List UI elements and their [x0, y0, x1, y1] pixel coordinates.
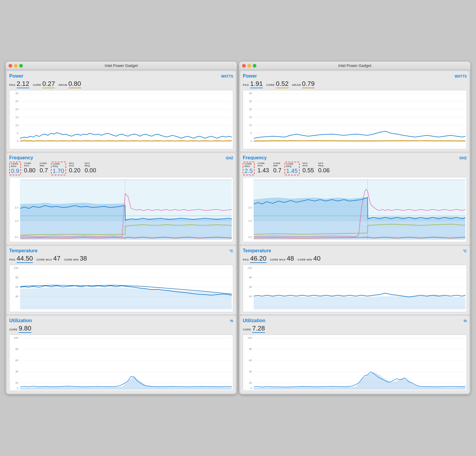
left-power-header: Power WATTS	[9, 73, 233, 79]
svg-text:100: 100	[247, 266, 252, 269]
left-window-title: Intel Power Gadget	[105, 63, 138, 68]
svg-text:20: 20	[249, 381, 252, 384]
right-dram-group: DRAM 0.79	[292, 80, 315, 88]
left-util-metrics: CORE 9.80	[9, 325, 233, 333]
svg-text:80: 80	[15, 276, 18, 279]
left-core-power-group: CORE 0.27	[33, 80, 55, 88]
left-util-panel: Utilization % CORE 9.80	[7, 316, 236, 393]
right-temp-unit: °C	[463, 249, 467, 253]
right-freq-title: Frequency	[243, 155, 267, 160]
left-core-min-temp-value: 38	[80, 255, 87, 262]
right-temp-metrics: PKG 46.20 CORE MAX 48 CORE MIN 40	[243, 255, 467, 263]
right-temp-chart: 100 80 60 40	[243, 265, 467, 312]
right-util-unit: %	[464, 319, 467, 323]
maximize-button-left[interactable]	[19, 64, 23, 68]
left-core-power-value: 0.27	[42, 80, 55, 88]
minimize-button-left[interactable]	[14, 64, 17, 68]
svg-text:0: 0	[250, 387, 252, 390]
svg-text:60: 60	[249, 359, 252, 362]
left-core-max-value: 0.9	[11, 168, 19, 174]
right-dram-label: DRAM	[292, 84, 301, 86]
right-core-min-temp-label: CORE MIN	[298, 258, 312, 261]
right-freq-header: Frequency GHZ	[243, 155, 467, 160]
left-temp-panel: Temperature °C PKG 44.50 CORE MAX 47 COR…	[7, 246, 236, 314]
right-util-header: Utilization %	[243, 318, 467, 323]
left-temp-header: Temperature °C	[9, 248, 233, 253]
left-core-avg-value: 0.80	[24, 167, 36, 174]
left-core-max-temp-label: CORE MAX	[36, 258, 52, 261]
maximize-button-right[interactable]	[253, 64, 256, 68]
left-temp-unit: °C	[229, 249, 233, 253]
svg-text:20: 20	[249, 108, 252, 111]
svg-text:25: 25	[15, 100, 18, 103]
svg-text:40: 40	[15, 370, 18, 373]
left-core-max-bot-label: MAX	[11, 165, 17, 168]
right-core-min-temp-group: CORE MIN 40	[298, 255, 320, 262]
right-core-power-value: 0.52	[276, 80, 289, 88]
svg-text:40: 40	[249, 295, 252, 298]
right-core-max-temp-label: CORE MAX	[270, 258, 286, 261]
right-pkg-temp-group: PKG 46.20	[243, 255, 266, 263]
svg-text:100: 100	[14, 336, 18, 339]
right-util-metrics: CORE 7.28	[243, 325, 467, 333]
left-dram-group: DRAM 0.80	[59, 80, 81, 88]
svg-text:15: 15	[249, 116, 252, 119]
left-core-max-box: CORE MAX 0.9	[9, 162, 21, 175]
right-core-req-value: 1.45	[286, 168, 298, 174]
svg-text:0: 0	[250, 140, 252, 143]
left-core-min-temp-group: CORE MIN 38	[64, 255, 87, 262]
svg-text:25: 25	[249, 100, 252, 103]
right-core-max-value: 2.5	[245, 168, 253, 174]
left-freq-unit: GHZ	[226, 156, 233, 160]
right-pkg-value: 1.91	[250, 80, 263, 88]
left-power-unit: WATTS	[221, 74, 233, 78]
left-gfx-req-value: 0.00	[84, 167, 96, 174]
left-pkg-group: PKG 2.12	[9, 80, 29, 88]
left-title-bar: Intel Power Gadget	[6, 62, 237, 70]
svg-text:2.0: 2.0	[248, 206, 252, 209]
right-temp-header: Temperature °C	[243, 248, 467, 253]
left-util-title: Utilization	[9, 318, 32, 323]
left-pkg-temp-value: 44.50	[17, 255, 33, 263]
left-power-chart: 30 25 20 15 10 5 0	[9, 90, 233, 149]
close-button-right[interactable]	[242, 64, 246, 68]
left-core-max-temp-group: CORE MAX 47	[36, 255, 60, 262]
right-power-unit: WATTS	[455, 74, 467, 78]
left-core-util-value: 9.80	[19, 325, 31, 333]
left-core-util-label: CORE	[9, 328, 17, 331]
right-dram-value: 0.79	[302, 80, 315, 88]
right-freq-chart: 2.0 1.0 0.0	[243, 177, 467, 242]
main-container: Intel Power Gadget Power WATTS PKG 2.12 …	[3, 59, 473, 397]
left-util-chart: 100 80 60 40 20 0	[9, 335, 233, 391]
svg-text:5: 5	[17, 132, 18, 135]
left-core-req-box: CORE REQ 1.70	[51, 162, 66, 175]
left-frequency-panel: Frequency GHZ CORE MAX 0.9 CORE	[7, 153, 236, 245]
left-dram-value: 0.80	[68, 80, 81, 88]
left-pkg-temp-group: PKG 44.50	[9, 255, 33, 263]
left-core-util-group: CORE 9.80	[9, 325, 31, 333]
right-gfx-avg-value: 0.55	[303, 167, 314, 174]
left-freq-metrics: CORE MAX 0.9 CORE AVG 0.80	[9, 162, 233, 175]
right-core-max-temp-group: CORE MAX 48	[270, 255, 294, 262]
minimize-button-right[interactable]	[247, 64, 251, 68]
left-power-panel: Power WATTS PKG 2.12 CORE 0.27 DRAM 0.80	[7, 71, 236, 152]
svg-text:40: 40	[15, 295, 18, 298]
svg-text:80: 80	[249, 348, 252, 351]
right-core-req-box: CORE REQ 1.45	[285, 162, 300, 175]
left-core-min-temp-label: CORE MIN	[64, 258, 79, 261]
right-core-avg-box: CORE AVG 1.43	[256, 162, 270, 175]
left-freq-title: Frequency	[9, 155, 33, 160]
right-core-min-value: 0.7	[273, 167, 282, 174]
right-power-panel: Power WATTS PKG 1.91 CORE 0.52 DRAM 0.79	[240, 71, 469, 152]
right-freq-metrics: CORE MAX 2.5 CORE AVG 1.43	[243, 162, 467, 175]
left-dram-label: DRAM	[59, 84, 67, 86]
right-window: Intel Power Gadget Power WATTS PKG 1.91 …	[239, 62, 470, 394]
close-button-left[interactable]	[9, 64, 12, 68]
right-gfx-req-value: 0.06	[318, 167, 330, 174]
right-core-min-box: CORE MIN 0.7	[272, 162, 283, 175]
right-power-metrics: PKG 1.91 CORE 0.52 DRAM 0.79	[243, 80, 467, 88]
right-gfx-avg-bot-label: AVG	[303, 165, 308, 167]
left-util-header: Utilization %	[9, 318, 233, 323]
right-gfx-req-box: GFX REQ 0.06	[317, 162, 331, 175]
left-gfx-req-bot-label: REQ	[84, 165, 90, 167]
